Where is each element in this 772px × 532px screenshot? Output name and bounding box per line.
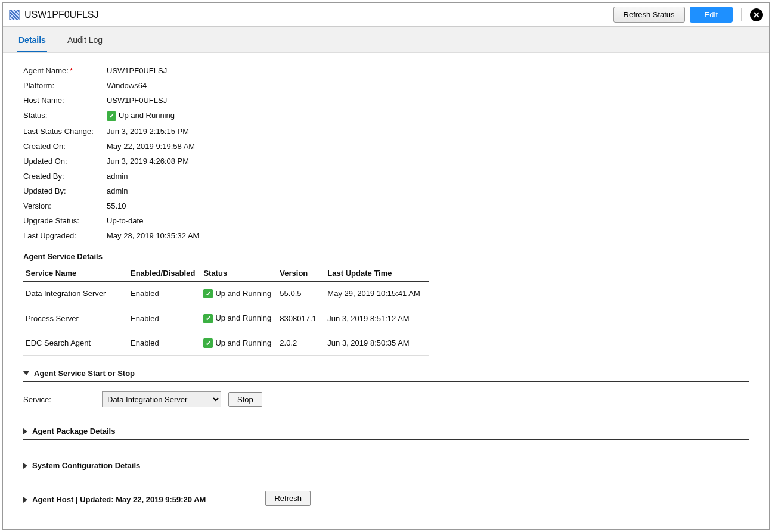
svc-status: Up and Running bbox=[215, 313, 271, 322]
created-by-value: admin bbox=[107, 172, 128, 181]
last-upgraded-value: May 28, 2019 10:35:32 AM bbox=[107, 231, 199, 240]
check-icon: ✓ bbox=[203, 338, 213, 348]
col-last-update: Last Update Time bbox=[327, 265, 428, 281]
field-platform: Platform: Windows64 bbox=[23, 81, 749, 90]
pkg-title: Agent Package Details bbox=[32, 427, 115, 435]
updated-by-value: admin bbox=[107, 186, 128, 195]
chevron-right-icon bbox=[23, 497, 27, 503]
divider bbox=[741, 8, 742, 21]
last-status-change-label: Last Status Change: bbox=[23, 127, 107, 136]
tab-bar: Details Audit Log bbox=[3, 27, 769, 53]
chevron-right-icon bbox=[23, 428, 27, 434]
last-upgraded-label: Last Upgraded: bbox=[23, 231, 107, 240]
field-status: Status: ✓Up and Running bbox=[23, 111, 749, 121]
check-icon: ✓ bbox=[107, 111, 116, 121]
check-icon: ✓ bbox=[203, 314, 213, 323]
version-value: 55.10 bbox=[107, 201, 126, 210]
host-label: Agent Host | Updated: bbox=[32, 495, 116, 504]
field-updated-by: Updated By: admin bbox=[23, 186, 749, 195]
platform-value: Windows64 bbox=[107, 81, 147, 90]
created-on-value: May 22, 2019 9:19:58 AM bbox=[107, 142, 195, 151]
svc-name: Data Integration Server bbox=[23, 281, 131, 306]
col-service-name: Service Name bbox=[23, 265, 131, 281]
col-status: Status bbox=[203, 265, 280, 281]
required-icon: * bbox=[70, 66, 73, 75]
host-time: May 22, 2019 9:59:20 AM bbox=[116, 495, 206, 504]
field-version: Version: 55.10 bbox=[23, 201, 749, 210]
page-title: USW1PF0UFLSJ bbox=[24, 10, 98, 20]
section-agent-host: Agent Host | Updated: May 22, 2019 9:59:… bbox=[23, 491, 749, 512]
svc-status: Up and Running bbox=[215, 338, 271, 347]
created-on-label: Created On: bbox=[23, 142, 107, 151]
field-created-on: Created On: May 22, 2019 9:19:58 AM bbox=[23, 142, 749, 151]
agent-name-label: Agent Name: bbox=[23, 66, 69, 75]
svc-last-update: May 29, 2019 10:15:41 AM bbox=[327, 281, 428, 306]
svc-version: 8308017.1 bbox=[280, 306, 327, 331]
updated-on-value: Jun 3, 2019 4:26:08 PM bbox=[107, 157, 189, 166]
syscfg-title: System Configuration Details bbox=[32, 461, 140, 470]
updated-on-label: Updated On: bbox=[23, 157, 107, 166]
refresh-status-button[interactable]: Refresh Status bbox=[613, 7, 685, 23]
chevron-down-icon bbox=[23, 371, 29, 375]
service-label: Service: bbox=[23, 395, 95, 404]
svc-version: 55.0.5 bbox=[280, 281, 327, 306]
service-control-row: Service: Data Integration Server Stop bbox=[23, 382, 749, 407]
created-by-label: Created By: bbox=[23, 172, 107, 181]
window: USW1PF0UFLSJ Refresh Status Edit ✕ Detai… bbox=[2, 2, 770, 530]
service-table: Service Name Enabled/Disabled Status Ver… bbox=[23, 265, 429, 356]
svc-name: EDC Search Agent bbox=[23, 331, 131, 356]
chevron-right-icon bbox=[23, 463, 27, 469]
svc-enabled: Enabled bbox=[131, 306, 203, 331]
field-agent-name: Agent Name:* USW1PF0UFLSJ bbox=[23, 66, 749, 75]
tab-details[interactable]: Details bbox=[17, 33, 47, 52]
svc-last-update: Jun 3, 2019 8:50:35 AM bbox=[327, 331, 428, 356]
last-status-change-value: Jun 3, 2019 2:15:15 PM bbox=[107, 127, 189, 136]
field-updated-on: Updated On: Jun 3, 2019 4:26:08 PM bbox=[23, 157, 749, 166]
status-value: Up and Running bbox=[119, 111, 175, 120]
host-name-label: Host Name: bbox=[23, 96, 107, 105]
agent-name-value: USW1PF0UFLSJ bbox=[107, 66, 167, 75]
refresh-button[interactable]: Refresh bbox=[265, 491, 311, 506]
agent-icon bbox=[9, 10, 20, 20]
tab-audit-log[interactable]: Audit Log bbox=[66, 33, 104, 52]
platform-label: Platform: bbox=[23, 81, 107, 90]
field-last-status-change: Last Status Change: Jun 3, 2019 2:15:15 … bbox=[23, 127, 749, 136]
upgrade-status-label: Upgrade Status: bbox=[23, 216, 107, 225]
table-row: EDC Search Agent Enabled ✓Up and Running… bbox=[23, 331, 429, 356]
table-row: Data Integration Server Enabled ✓Up and … bbox=[23, 281, 429, 306]
upgrade-status-value: Up-to-date bbox=[107, 216, 143, 225]
agent-host-toggle[interactable]: Agent Host | Updated: May 22, 2019 9:59:… bbox=[23, 495, 206, 504]
section-agent-service-start-stop[interactable]: Agent Service Start or Stop bbox=[23, 369, 749, 382]
edit-button[interactable]: Edit bbox=[690, 7, 733, 23]
field-host-name: Host Name: USW1PF0UFLSJ bbox=[23, 96, 749, 105]
check-icon: ✓ bbox=[203, 289, 213, 298]
svc-enabled: Enabled bbox=[131, 331, 203, 356]
field-last-upgraded: Last Upgraded: May 28, 2019 10:35:32 AM bbox=[23, 231, 749, 240]
start-stop-title: Agent Service Start or Stop bbox=[34, 369, 135, 378]
col-version: Version bbox=[280, 265, 327, 281]
table-row: Process Server Enabled ✓Up and Running 8… bbox=[23, 306, 429, 331]
content-area: Agent Name:* USW1PF0UFLSJ Platform: Wind… bbox=[9, 53, 763, 523]
stop-button[interactable]: Stop bbox=[228, 392, 262, 407]
svc-name: Process Server bbox=[23, 306, 131, 331]
agent-service-details-title: Agent Service Details bbox=[23, 252, 749, 261]
col-enabled: Enabled/Disabled bbox=[131, 265, 203, 281]
svc-enabled: Enabled bbox=[131, 281, 203, 306]
updated-by-label: Updated By: bbox=[23, 186, 107, 195]
header-bar: USW1PF0UFLSJ Refresh Status Edit ✕ bbox=[3, 3, 769, 27]
section-agent-package-details[interactable]: Agent Package Details bbox=[23, 427, 749, 440]
svc-version: 2.0.2 bbox=[280, 331, 327, 356]
svc-status: Up and Running bbox=[215, 289, 271, 298]
service-select[interactable]: Data Integration Server bbox=[102, 391, 221, 407]
field-created-by: Created By: admin bbox=[23, 172, 749, 181]
version-label: Version: bbox=[23, 201, 107, 210]
svc-last-update: Jun 3, 2019 8:51:12 AM bbox=[327, 306, 428, 331]
close-icon[interactable]: ✕ bbox=[750, 8, 763, 21]
field-upgrade-status: Upgrade Status: Up-to-date bbox=[23, 216, 749, 225]
host-name-value: USW1PF0UFLSJ bbox=[107, 96, 167, 105]
status-label: Status: bbox=[23, 111, 107, 121]
section-system-configuration-details[interactable]: System Configuration Details bbox=[23, 461, 749, 474]
